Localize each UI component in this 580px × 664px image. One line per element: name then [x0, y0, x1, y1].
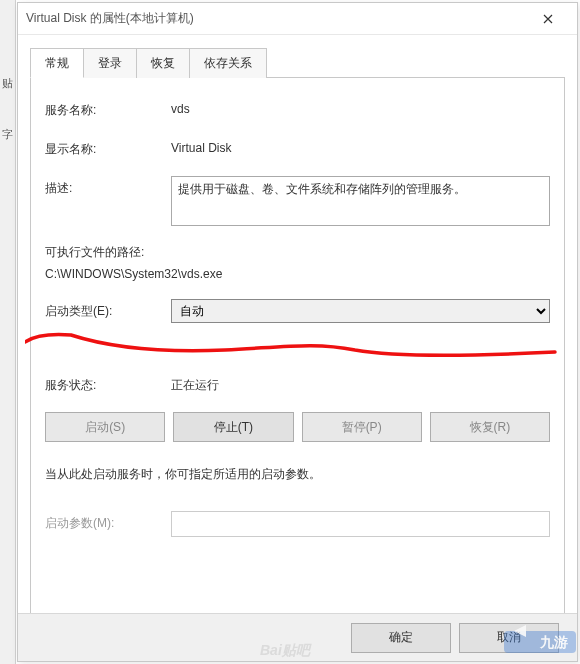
start-params-hint: 当从此处启动服务时，你可指定所适用的启动参数。 — [45, 466, 550, 483]
close-button[interactable] — [527, 5, 569, 33]
parent-app-strip: 贴 字 — [0, 0, 16, 664]
strip-char-2: 字 — [2, 127, 13, 142]
service-control-buttons: 启动(S) 停止(T) 暂停(P) 恢复(R) — [45, 412, 550, 442]
title-bar[interactable]: Virtual Disk 的属性(本地计算机) — [18, 3, 577, 35]
row-exe-path: 可执行文件的路径: C:\WINDOWS\System32\vds.exe — [45, 244, 550, 281]
startup-type-select[interactable]: 自动 — [171, 299, 550, 323]
strip-char-1: 贴 — [2, 76, 13, 91]
service-name-value: vds — [171, 98, 550, 116]
row-service-status: 服务状态: 正在运行 — [45, 373, 550, 394]
close-icon — [543, 14, 553, 24]
tab-dependencies[interactable]: 依存关系 — [189, 48, 267, 78]
startup-type-label: 启动类型(E): — [45, 299, 171, 320]
properties-dialog: Virtual Disk 的属性(本地计算机) 常规 登录 恢复 依存关系 服务… — [17, 2, 578, 662]
resume-button: 恢复(R) — [430, 412, 550, 442]
dialog-footer: 确定 取消 — [18, 613, 577, 661]
service-name-label: 服务名称: — [45, 98, 171, 119]
service-status-label: 服务状态: — [45, 373, 171, 394]
description-label: 描述: — [45, 176, 171, 197]
red-annotation — [25, 328, 565, 368]
tab-logon[interactable]: 登录 — [83, 48, 137, 78]
start-button: 启动(S) — [45, 412, 165, 442]
display-name-label: 显示名称: — [45, 137, 171, 158]
tab-general[interactable]: 常规 — [30, 48, 84, 78]
row-service-name: 服务名称: vds — [45, 98, 550, 119]
cancel-button[interactable]: 取消 — [459, 623, 559, 653]
description-textarea[interactable] — [171, 176, 550, 226]
tab-strip: 常规 登录 恢复 依存关系 — [30, 48, 565, 78]
row-display-name: 显示名称: Virtual Disk — [45, 137, 550, 158]
row-description: 描述: — [45, 176, 550, 226]
tab-panel-general: 服务名称: vds 显示名称: Virtual Disk 描述: 可执行文件的路… — [30, 77, 565, 637]
tab-recovery[interactable]: 恢复 — [136, 48, 190, 78]
exe-path-value: C:\WINDOWS\System32\vds.exe — [45, 267, 550, 281]
client-area: 常规 登录 恢复 依存关系 服务名称: vds 显示名称: Virtual Di… — [18, 35, 577, 637]
start-params-input — [171, 511, 550, 537]
row-startup-type: 启动类型(E): 自动 — [45, 299, 550, 323]
pause-button: 暂停(P) — [302, 412, 422, 442]
start-params-label: 启动参数(M): — [45, 511, 171, 532]
service-status-value: 正在运行 — [171, 373, 550, 394]
ok-button[interactable]: 确定 — [351, 623, 451, 653]
row-start-params: 启动参数(M): — [45, 511, 550, 537]
display-name-value: Virtual Disk — [171, 137, 550, 155]
window-title: Virtual Disk 的属性(本地计算机) — [26, 10, 527, 27]
stop-button[interactable]: 停止(T) — [173, 412, 293, 442]
exe-path-label: 可执行文件的路径: — [45, 244, 550, 261]
